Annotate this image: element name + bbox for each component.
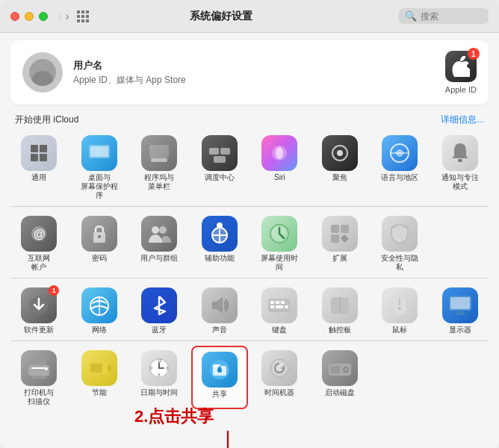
content-area: 用户名 Apple ID、媒体与 App Store 1 Apple ID 开始… <box>0 33 499 448</box>
pref-item-security[interactable]: 安全性与隐私 <box>371 211 429 275</box>
pref-item-dock[interactable]: 程序坞与菜单栏 <box>131 131 188 203</box>
pref-item-trackpad[interactable]: 触控板 <box>312 283 369 337</box>
icloud-link[interactable]: 详细信息... <box>441 113 484 126</box>
screentime-label: 屏幕使用时间 <box>258 254 301 272</box>
icloud-text: 开始使用 iCloud <box>15 113 78 126</box>
sound-icon <box>202 287 238 323</box>
profile-section: 用户名 Apple ID、媒体与 App Store 1 Apple ID <box>10 40 489 105</box>
svg-rect-5 <box>90 146 108 157</box>
pref-item-general[interactable]: 通用 <box>10 131 68 203</box>
close-button[interactable] <box>10 12 19 21</box>
pref-row-3: 1 软件更新 网络 <box>0 281 499 337</box>
pref-item-notif[interactable]: 通知与专注模式 <box>432 131 489 203</box>
pref-item-language[interactable]: 语言与地区 <box>371 131 429 203</box>
svg-text:9: 9 <box>150 366 152 370</box>
security-label: 安全性与隐私 <box>378 254 421 272</box>
pref-item-desktop[interactable]: 桌面与屏幕保护程序 <box>71 131 128 203</box>
pref-item-bluetooth[interactable]: 蓝牙 <box>131 283 188 337</box>
pref-item-extensions[interactable]: 扩展 <box>312 211 369 275</box>
language-label: 语言与地区 <box>381 173 418 182</box>
svg-rect-40 <box>276 305 283 308</box>
accessibility-label: 辅助功能 <box>205 254 235 263</box>
apple-id-button[interactable]: 1 Apple ID <box>445 51 477 94</box>
accessibility-icon <box>202 216 238 252</box>
pref-item-password[interactable]: 密码 <box>71 211 128 275</box>
search-box[interactable]: 🔍 <box>399 8 489 24</box>
general-icon <box>21 135 57 171</box>
timemachine-label: 时间机器 <box>264 388 294 397</box>
svg-text:@: @ <box>34 228 46 240</box>
svg-rect-37 <box>276 301 279 304</box>
svg-rect-31 <box>331 234 339 243</box>
profile-name: 用户名 <box>73 59 445 72</box>
pref-item-battery[interactable]: 节能 <box>71 346 128 409</box>
separator-2 <box>10 278 489 279</box>
pref-item-printer[interactable]: 打印机与扫描仪 <box>10 346 68 409</box>
svg-rect-7 <box>151 158 167 162</box>
timemachine-icon <box>261 350 297 386</box>
search-input[interactable] <box>421 11 480 22</box>
desktop-icon <box>81 135 117 171</box>
startup-label: 启动磁盘 <box>325 388 355 397</box>
printer-icon <box>21 350 57 386</box>
pref-item-focus[interactable]: 聚焦 <box>312 131 369 203</box>
pref-item-datetime[interactable]: 12 3 6 9 日期与时间 <box>131 346 188 409</box>
network-label: 网络 <box>92 326 107 335</box>
battery-label: 节能 <box>92 388 107 397</box>
pref-item-sound[interactable]: 声音 <box>191 283 249 337</box>
svg-rect-8 <box>209 148 219 155</box>
dock-label: 程序坞与菜单栏 <box>144 173 174 191</box>
svg-point-12 <box>276 147 283 159</box>
pref-item-users[interactable]: 用户与群组 <box>131 211 188 275</box>
pref-item-internet[interactable]: @ 互联网帐户 <box>10 211 68 275</box>
pref-item-timemachine[interactable]: 时间机器 <box>251 346 309 409</box>
svg-point-22 <box>152 226 159 234</box>
notif-icon <box>442 135 478 171</box>
softwareupdate-label: 软件更新 <box>24 326 54 335</box>
datetime-icon: 12 3 6 9 <box>141 350 177 386</box>
general-label: 通用 <box>31 173 46 182</box>
pref-item-network[interactable]: 网络 <box>71 283 128 337</box>
keyboard-icon <box>261 287 297 323</box>
extensions-label: 扩展 <box>332 254 347 263</box>
notif-label: 通知与专注模式 <box>438 173 482 191</box>
sharing-icon <box>202 352 238 388</box>
svg-rect-36 <box>270 301 274 304</box>
language-icon <box>382 135 418 171</box>
pref-item-startup[interactable]: 启动磁盘 <box>312 346 369 409</box>
svg-rect-51 <box>31 358 46 366</box>
pref-item-screentime[interactable]: 屏幕使用时间 <box>251 211 309 275</box>
svg-text:12: 12 <box>158 358 162 363</box>
svg-rect-50 <box>454 314 466 315</box>
pref-item-empty-3 <box>432 346 489 409</box>
pref-item-mouse[interactable]: 鼠标 <box>371 283 429 337</box>
pref-item-sharing[interactable]: 共享 <box>191 346 249 409</box>
pref-item-accessibility[interactable]: 辅助功能 <box>191 211 249 275</box>
internet-label: 互联网帐户 <box>28 254 50 272</box>
users-icon <box>141 216 177 252</box>
svg-rect-52 <box>28 365 49 376</box>
minimize-button[interactable] <box>25 12 34 21</box>
pref-item-keyboard[interactable]: 键盘 <box>251 283 309 337</box>
profile-subtitle: Apple ID、媒体与 App Store <box>73 74 445 87</box>
pref-item-softwareupdate[interactable]: 1 软件更新 <box>10 283 68 337</box>
users-label: 用户与群组 <box>140 254 178 263</box>
pref-item-display[interactable]: 显示器 <box>432 283 489 337</box>
separator-3 <box>10 340 489 341</box>
pref-item-siri[interactable]: Siri <box>251 131 309 203</box>
bluetooth-label: 蓝牙 <box>152 326 167 335</box>
icloud-bar: 开始使用 iCloud 详细信息... <box>0 111 499 129</box>
pref-row-4: 打印机与扫描仪 节能 <box>0 344 499 409</box>
svg-point-55 <box>45 367 48 370</box>
svg-text:3: 3 <box>166 366 168 370</box>
extensions-icon <box>322 216 358 252</box>
svg-rect-10 <box>214 156 226 163</box>
traffic-lights <box>10 12 48 21</box>
avatar-body <box>32 71 53 86</box>
startup-icon <box>322 350 358 386</box>
pref-item-mission[interactable]: 调度中心 <box>191 131 249 203</box>
svg-rect-53 <box>31 376 46 379</box>
svg-text:6: 6 <box>158 373 161 377</box>
titlebar: ‹ › 系统偏好设置 🔍 <box>0 0 499 33</box>
svg-rect-9 <box>220 148 230 155</box>
